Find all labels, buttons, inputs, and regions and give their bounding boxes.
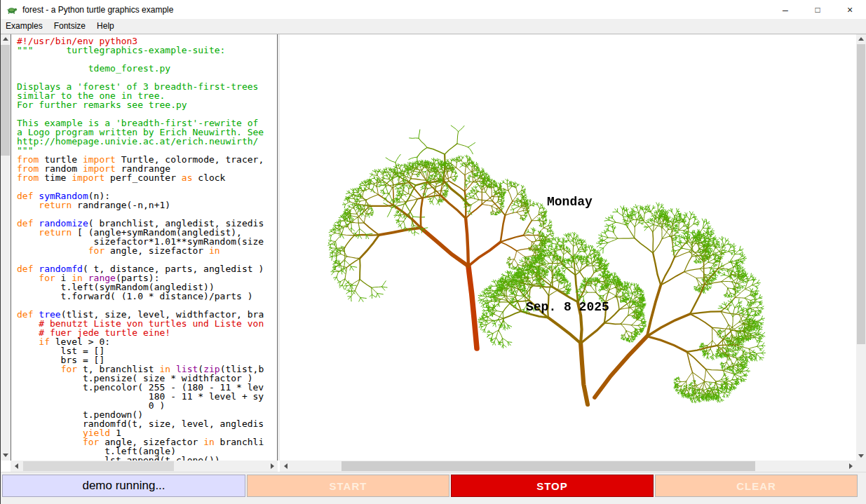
canvas-hscroll-thumb[interactable] xyxy=(341,461,755,471)
scroll-down-arrow[interactable] xyxy=(856,451,866,461)
start-button[interactable]: START xyxy=(247,475,449,497)
turtle-icon xyxy=(6,4,18,15)
close-button[interactable]: × xyxy=(834,0,866,19)
maximize-button[interactable]: □ xyxy=(801,0,834,19)
editor-vscroll-thumb[interactable] xyxy=(1,45,10,156)
scroll-up-arrow[interactable] xyxy=(0,34,11,44)
scroll-up-arrow[interactable] xyxy=(856,34,866,43)
menu-help[interactable]: Help xyxy=(91,19,120,34)
menu-fontsize[interactable]: Fontsize xyxy=(48,19,91,34)
editor-horizontal-scrollbar[interactable] xyxy=(11,461,278,472)
scrollbar-corner xyxy=(856,461,866,472)
canvas-overlay: MondaySep. 8 2025 xyxy=(280,34,856,461)
menu-bar: Examples Fontsize Help xyxy=(0,19,866,34)
code-line: http://homepage.univie.ac.at/erich.neuwi… xyxy=(17,137,277,146)
stop-button[interactable]: STOP xyxy=(451,475,654,497)
canvas-vertical-scrollbar[interactable] xyxy=(856,34,866,461)
code-line: for angle, sizefactor in xyxy=(17,246,277,255)
code-line: return randrange(-n,n+1) xyxy=(17,200,277,210)
code-text[interactable]: #!/usr/bin/env python3""" turtlegraphics… xyxy=(11,34,278,461)
editor-hscroll-thumb[interactable] xyxy=(23,461,174,471)
bottom-bar: demo running... START STOP CLEAR xyxy=(0,472,866,504)
scroll-left-arrow[interactable] xyxy=(11,461,22,472)
code-line: t.forward( (1.0 * distance)/parts ) xyxy=(17,292,277,301)
window-left-edge xyxy=(0,0,1,504)
scroll-left-arrow[interactable] xyxy=(280,461,291,472)
editor-vertical-scrollbar[interactable] xyxy=(0,34,11,461)
scroll-right-arrow[interactable] xyxy=(845,461,856,472)
title-bar[interactable]: forest - a Python turtle graphics exampl… xyxy=(0,0,866,19)
canvas-vscroll-thumb[interactable] xyxy=(857,44,865,344)
scroll-right-arrow[interactable] xyxy=(266,461,278,472)
minimize-button[interactable]: – xyxy=(769,0,801,19)
menu-examples[interactable]: Examples xyxy=(0,19,48,34)
code-line: lst.append(t.clone()) xyxy=(17,456,277,461)
canvas-horizontal-scrollbar[interactable] xyxy=(280,461,856,472)
scroll-down-arrow[interactable] xyxy=(0,450,11,461)
window-controls: – □ × xyxy=(769,0,866,19)
code-line: tdemo_forest.py xyxy=(17,64,277,73)
clear-button[interactable]: CLEAR xyxy=(655,475,858,497)
canvas-text: Monday xyxy=(547,196,593,208)
canvas-text: Sep. 8 2025 xyxy=(526,301,609,313)
code-line: from time import perf_counter as clock xyxy=(17,173,277,182)
status-label: demo running... xyxy=(2,475,245,497)
menubar-divider xyxy=(0,34,866,34)
code-line: """ turtlegraphics-example-suite: xyxy=(17,46,277,55)
canvas-pane: MondaySep. 8 2025 xyxy=(280,34,856,461)
app-window: forest - a Python turtle graphics exampl… xyxy=(0,0,866,504)
window-title: forest - a Python turtle graphics exampl… xyxy=(22,5,173,15)
code-line: For further remarks see tree.py xyxy=(17,100,277,109)
